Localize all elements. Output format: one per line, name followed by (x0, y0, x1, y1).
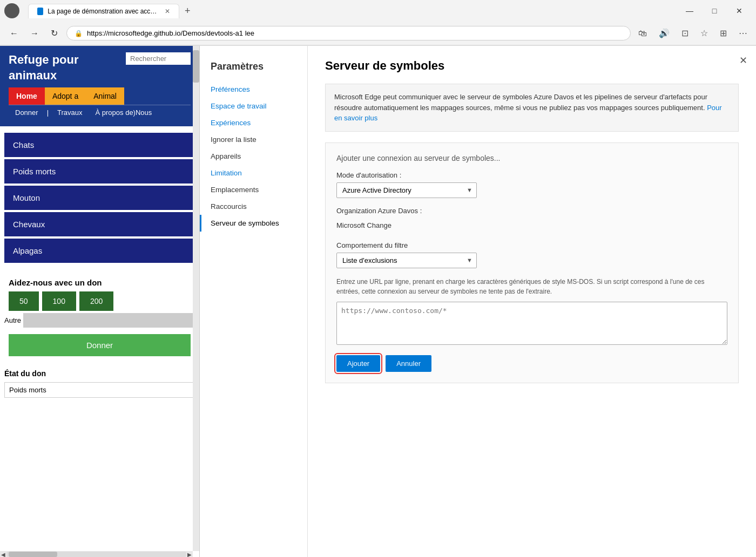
horizontal-scrollbar[interactable]: ◀ ▶ (0, 551, 193, 557)
filter-group: Comportement du filtre Liste d'exclusion… (336, 241, 727, 268)
nav-adopt-button[interactable]: Adopt a (45, 87, 86, 105)
category-list: Chats Poids morts Mouton Chevaux Alpagas (0, 126, 199, 269)
minimize-button[interactable]: — (677, 2, 702, 19)
filter-label: Comportement du filtre (336, 241, 727, 249)
auth-label: Mode d'autorisation : (336, 171, 727, 179)
settings-nav-title: Paramètres (200, 57, 307, 81)
settings-nav-devices[interactable]: Appareils (200, 148, 307, 165)
status-title: État du don (4, 369, 195, 378)
more-icon[interactable]: ⋯ (737, 26, 750, 40)
info-box: Microsoft Edge peut communiquer avec le … (325, 84, 739, 132)
nav-home-button[interactable]: Home (9, 87, 45, 105)
connection-header: Ajouter une connexion au serveur de symb… (336, 154, 727, 162)
settings-main: ✕ Serveur de symboles Microsoft Edge peu… (308, 46, 756, 557)
other-amount-row: Autre (4, 311, 195, 330)
site-search-input[interactable] (126, 52, 191, 65)
split-screen-icon[interactable]: ⊡ (679, 26, 691, 40)
settings-page-title: Serveur de symboles (325, 59, 739, 73)
sub-nav-apropos[interactable]: À propos de)Nous (89, 105, 159, 120)
settings-nav: Paramètres Préférences Espace de travail… (200, 46, 308, 557)
nav-animal-button[interactable]: Animal (86, 87, 124, 105)
category-alpagas[interactable]: Alpagas (4, 239, 195, 263)
category-chats[interactable]: Chats (4, 133, 195, 157)
avatar (4, 3, 19, 18)
active-tab[interactable]: La page de démonstration avec accessibil… (28, 4, 179, 18)
forward-button[interactable]: → (27, 26, 42, 40)
settings-nav-locations[interactable]: Emplacements (200, 181, 307, 198)
read-aloud-icon[interactable]: 🔊 (657, 26, 672, 40)
donate-button[interactable]: Donner (9, 334, 191, 356)
info-text: Microsoft Edge peut communiquer avec le … (334, 93, 707, 112)
settings-nav-preferences[interactable]: Préférences (200, 81, 307, 98)
settings-close-button[interactable]: ✕ (739, 55, 747, 66)
donation-100[interactable]: 100 (42, 291, 76, 311)
vertical-scrollbar-thumb[interactable] (193, 50, 199, 83)
collections-icon[interactable]: ⊞ (718, 26, 729, 40)
auth-select-wrapper: Azure Active Directory Basic Auth None ▼ (336, 182, 477, 198)
org-group: Organization Azure Davos : Microsoft Cha… (336, 207, 727, 233)
lock-icon: 🔒 (75, 30, 83, 37)
website-panel: Refuge pour animaux Home Adopt a Animal … (0, 46, 200, 557)
settings-nav-workspace[interactable]: Espace de travail (200, 98, 307, 114)
donation-50[interactable]: 50 (9, 291, 39, 311)
category-chevaux[interactable]: Chevaux (4, 212, 195, 236)
filter-description: Entrez une URL par ligne, prenant en cha… (336, 277, 727, 296)
auth-mode-select[interactable]: Azure Active Directory Basic Auth None (336, 182, 477, 198)
horizontal-scrollbar-track (6, 552, 186, 557)
status-section: État du don Poids morts (0, 365, 199, 402)
url-textarea[interactable] (336, 302, 727, 345)
tab-close-button[interactable]: ✕ (165, 8, 170, 15)
cancel-button[interactable]: Annuler (386, 355, 431, 372)
bag-icon[interactable]: 🛍 (636, 26, 649, 40)
donation-amounts: 50 100 200 (4, 291, 195, 311)
new-tab-button[interactable]: + (179, 3, 196, 19)
refresh-button[interactable]: ↻ (48, 26, 61, 40)
donation-title: Aidez-nous avec un don (4, 269, 195, 291)
settings-nav-throttle[interactable]: Limitation (200, 165, 307, 181)
connection-section: Ajouter une connexion au serveur de symb… (325, 142, 739, 383)
address-bar: ← → ↻ 🔒 https://microsoftedge.github.io/… (0, 22, 756, 45)
category-poids-morts[interactable]: Poids morts (4, 159, 195, 184)
url-bar[interactable]: 🔒 https://microsoftedge.github.io/Demos/… (66, 26, 631, 40)
maximize-button[interactable]: □ (702, 2, 727, 19)
back-button[interactable]: ← (6, 26, 22, 40)
favorites-icon[interactable]: ☆ (698, 26, 710, 40)
window-controls: — □ ✕ (677, 2, 752, 19)
filter-select[interactable]: Liste d'exclusions Liste d'inclusions (336, 253, 477, 268)
settings-nav-experiences[interactable]: Expériences (200, 114, 307, 131)
settings-nav-ignore[interactable]: Ignorer la liste (200, 131, 307, 148)
sub-nav-donner[interactable]: Donner (9, 105, 45, 120)
donation-200[interactable]: 200 (79, 291, 113, 311)
org-value: Microsoft Change (336, 218, 727, 233)
scroll-left-arrow[interactable]: ◀ (0, 552, 6, 558)
browser-toolbar: 🛍 🔊 ⊡ ☆ ⊞ ⋯ (636, 26, 750, 40)
site-nav: Home Adopt a Animal (9, 87, 191, 105)
site-title: Refuge pour animaux (9, 52, 79, 83)
url-text: https://microsoftedge.github.io/Demos/de… (87, 29, 623, 37)
action-buttons: Ajouter Annuler (336, 355, 727, 372)
site-sub-nav: Donner | Travaux À propos de)Nous (9, 105, 191, 120)
settings-nav-shortcuts[interactable]: Raccourcis (200, 198, 307, 215)
tab-title: La page de démonstration avec accessibil… (48, 8, 158, 15)
close-button[interactable]: ✕ (727, 2, 752, 19)
add-button[interactable]: Ajouter (336, 355, 380, 372)
page-content: Refuge pour animaux Home Adopt a Animal … (0, 46, 756, 557)
org-label: Organization Azure Davos : (336, 207, 727, 215)
tab-bar: La page de démonstration avec accessibil… (24, 3, 673, 19)
tab-favicon (37, 8, 43, 15)
browser-chrome: La page de démonstration avec accessibil… (0, 0, 756, 46)
donation-section: Aidez-nous avec un don 50 100 200 Autre … (0, 269, 199, 365)
site-header: Refuge pour animaux Home Adopt a Animal … (0, 46, 199, 126)
horizontal-scrollbar-thumb[interactable] (9, 552, 57, 557)
other-amount-input[interactable] (23, 313, 195, 328)
sub-nav-travaux[interactable]: Travaux (51, 105, 89, 120)
filter-select-wrapper: Liste d'exclusions Liste d'inclusions ▼ (336, 253, 477, 268)
settings-overlay: Paramètres Préférences Espace de travail… (200, 46, 756, 557)
status-value: Poids morts (4, 382, 195, 398)
other-label: Autre (4, 316, 21, 324)
category-mouton[interactable]: Mouton (4, 186, 195, 210)
settings-nav-symbol-server[interactable]: Serveur de symboles (200, 215, 307, 232)
title-bar: La page de démonstration avec accessibil… (0, 0, 756, 22)
vertical-scrollbar[interactable] (193, 46, 199, 551)
scroll-right-arrow[interactable]: ▶ (186, 552, 193, 558)
